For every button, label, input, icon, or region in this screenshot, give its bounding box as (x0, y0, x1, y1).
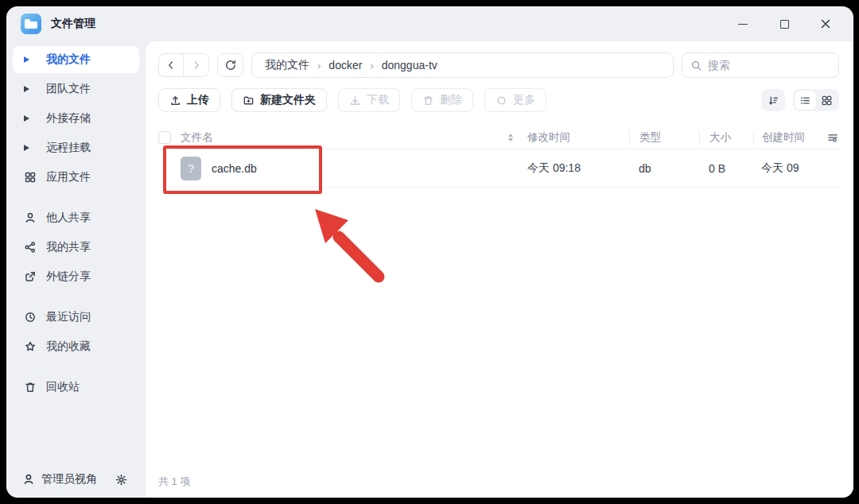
breadcrumb-segment[interactable]: 我的文件 (265, 58, 309, 72)
forward-button[interactable] (184, 54, 208, 76)
delete-icon (422, 95, 434, 107)
sidebar-item-my-files[interactable]: 我的文件 (13, 46, 139, 73)
back-button[interactable] (159, 54, 184, 76)
list-view-icon (799, 95, 811, 107)
column-header-name: 文件名 (181, 130, 213, 145)
sidebar-item-external-link-share[interactable]: 外链分享 (13, 263, 139, 290)
sidebar-item-remote-mount[interactable]: 远程挂载 (13, 134, 139, 161)
sidebar-item-label: 他人共享 (46, 211, 91, 225)
sidebar-item-label: 我的收藏 (46, 339, 91, 354)
upload-button[interactable]: 上传 (158, 88, 220, 112)
column-settings-button[interactable] (804, 131, 839, 144)
list-view-button[interactable] (795, 91, 816, 110)
triangle-right-icon (24, 86, 38, 92)
sidebar-item-label: 外链分享 (46, 269, 91, 284)
sidebar-item-shared-by-others[interactable]: 他人共享 (13, 204, 139, 231)
sidebar-item-label: 我的共享 (46, 240, 91, 254)
sidebar-item-team-files[interactable]: 团队文件 (13, 76, 139, 103)
app-logo-folder-icon (21, 14, 41, 34)
more-circle-icon (496, 95, 507, 107)
sort-button[interactable] (761, 89, 785, 111)
breadcrumb-segment[interactable]: donggua-tv (382, 59, 437, 72)
refresh-icon (224, 59, 237, 72)
window-title: 文件管理 (51, 17, 95, 31)
sidebar-item-recent[interactable]: 最近访问 (13, 304, 139, 331)
upload-label: 上传 (187, 93, 209, 107)
table-row-cache-db[interactable]: cache.db 今天 09:18 db 0 B 今天 09 (158, 149, 839, 188)
download-label: 下载 (367, 93, 389, 107)
app-window: 文件管理 我的文件 团队文件 外接存储 (6, 6, 853, 498)
close-button[interactable] (817, 15, 834, 33)
delete-label: 删除 (440, 93, 462, 107)
column-header-size: 大小 (699, 130, 753, 145)
search-input[interactable] (708, 59, 819, 72)
refresh-button[interactable] (217, 53, 243, 77)
triangle-right-icon (24, 56, 38, 63)
gear-icon[interactable] (115, 473, 128, 487)
status-total: 共 1 项 (158, 475, 190, 489)
new-folder-label: 新建文件夹 (260, 93, 316, 107)
share-icon (24, 241, 38, 254)
more-label: 更多 (513, 93, 535, 107)
search-box (682, 52, 839, 78)
minimize-button[interactable] (734, 15, 752, 33)
more-button: 更多 (484, 88, 546, 112)
sidebar-item-external-storage[interactable]: 外接存储 (13, 105, 139, 132)
navigation-bar: 我的文件 › docker › donggua-tv (158, 52, 839, 78)
new-folder-icon (243, 95, 255, 107)
download-icon (349, 95, 361, 107)
file-modified: 今天 09:18 (518, 161, 629, 176)
breadcrumb: 我的文件 › docker › donggua-tv (251, 52, 674, 78)
maximize-icon (780, 20, 789, 29)
column-header-type: 类型 (629, 130, 699, 145)
sidebar-item-favorites[interactable]: 我的收藏 (13, 333, 139, 360)
grid-view-button[interactable] (816, 91, 838, 110)
grid-view-icon (821, 95, 833, 107)
sidebar-item-app-files[interactable]: 应用文件 (13, 164, 139, 191)
upload-icon (169, 95, 181, 107)
triangle-right-icon (24, 115, 38, 122)
sort-up-icon (508, 134, 513, 137)
sidebar-item-label: 最近访问 (46, 310, 91, 324)
delete-button: 删除 (411, 88, 473, 112)
table-header: 文件名 修改时间 类型 大小 创建时间 (158, 126, 839, 149)
download-button: 下载 (338, 88, 400, 112)
sidebar-item-recycle-bin[interactable]: 回收站 (13, 374, 139, 401)
clock-icon (24, 311, 38, 324)
chevron-right-icon (191, 60, 202, 71)
sidebar: 我的文件 团队文件 外接存储 远程挂载 应用文件 (6, 41, 146, 498)
file-created: 今天 09 (753, 161, 804, 176)
sidebar-item-label: 应用文件 (46, 170, 91, 184)
person-icon (24, 211, 38, 224)
sidebar-item-label: 外接存储 (46, 111, 91, 126)
sort-icon (768, 95, 779, 107)
breadcrumb-segment[interactable]: docker (328, 59, 362, 72)
admin-view-label[interactable]: 管理员视角 (41, 472, 97, 487)
main-panel: 我的文件 › docker › donggua-tv 上传 (146, 41, 853, 498)
unknown-file-icon (181, 157, 201, 180)
sidebar-item-label: 回收站 (46, 380, 80, 394)
file-type: db (629, 162, 699, 175)
search-icon (690, 60, 702, 72)
grid-icon (24, 171, 38, 184)
sidebar-item-my-shares[interactable]: 我的共享 (13, 234, 139, 261)
triangle-right-icon (24, 145, 38, 151)
sort-down-icon (508, 138, 513, 142)
select-all-checkbox[interactable] (158, 131, 171, 144)
sidebar-item-label: 我的文件 (46, 52, 91, 67)
column-header-created: 创建时间 (753, 130, 804, 145)
person-icon (22, 473, 35, 486)
name-sort-arrows[interactable] (503, 134, 518, 142)
maximize-button[interactable] (775, 15, 793, 33)
chevron-left-icon (165, 60, 177, 71)
close-icon (820, 18, 831, 29)
sidebar-item-label: 团队文件 (46, 82, 91, 96)
minimize-icon (738, 24, 748, 25)
new-folder-button[interactable]: 新建文件夹 (231, 88, 327, 112)
sidebar-item-label: 远程挂载 (46, 141, 91, 155)
history-buttons (158, 53, 209, 77)
external-link-icon (24, 270, 38, 283)
breadcrumb-separator: › (370, 60, 373, 72)
star-icon (24, 340, 38, 353)
toolbar: 上传 新建文件夹 下载 (158, 88, 839, 112)
